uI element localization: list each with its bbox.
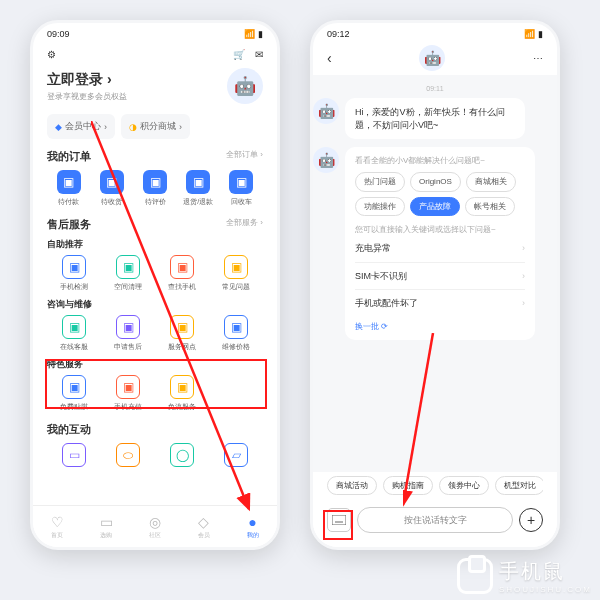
topic-OriginOS[interactable]: OriginOS bbox=[410, 172, 461, 191]
message-icon[interactable]: ✉ bbox=[255, 49, 263, 60]
tile-免费贴膜[interactable]: ▣免费贴膜 bbox=[47, 375, 101, 412]
tile-查找手机[interactable]: ▣查找手机 bbox=[155, 255, 209, 292]
after-more[interactable]: 全部服务 › bbox=[226, 217, 263, 232]
tile-空间清理[interactable]: ▣空间清理 bbox=[101, 255, 155, 292]
avatar[interactable]: 🤖 bbox=[227, 68, 263, 104]
chip-member[interactable]: ◆会员中心 › bbox=[47, 114, 115, 139]
suggest-机型对比[interactable]: 机型对比 bbox=[495, 476, 543, 495]
phone-right: 09:12 📶 ▮ ‹ 🤖 ⋯ 09:11 🤖 Hi，亲爱的V粉，新年快乐！有什… bbox=[310, 20, 560, 550]
tile-待付款[interactable]: ▣待付款 bbox=[47, 170, 90, 207]
phone-left: 09:09 📶 ▮ ⚙ 🛒 ✉ 立即登录 › 登录享视更多会员权益 🤖 ◆会员中… bbox=[30, 20, 280, 550]
tab-选购[interactable]: ▭选购 bbox=[82, 506, 131, 547]
svg-rect-1 bbox=[332, 515, 346, 525]
keyboard-icon[interactable] bbox=[327, 508, 351, 532]
chat-message: 🤖 Hi，亲爱的V粉，新年快乐！有什么问题，不妨问问小V吧~ bbox=[313, 98, 557, 139]
more-icon[interactable]: ⋯ bbox=[533, 53, 543, 64]
topic-功能操作[interactable]: 功能操作 bbox=[355, 197, 405, 216]
status-time: 09:09 bbox=[47, 29, 70, 39]
settings-icon[interactable]: ⚙ bbox=[47, 49, 56, 60]
topic-热门问题[interactable]: 热门问题 bbox=[355, 172, 405, 191]
tab-社区[interactable]: ◎社区 bbox=[131, 506, 180, 547]
suggest-领券中心[interactable]: 领券中心 bbox=[439, 476, 489, 495]
topic-产品故障[interactable]: 产品故障 bbox=[410, 197, 460, 216]
tab-bar: ♡首页▭选购◎社区◇会员●我的 bbox=[33, 505, 277, 547]
tab-首页[interactable]: ♡首页 bbox=[33, 506, 82, 547]
watermark: 手机鼠 SHOUJISHU.COM bbox=[457, 558, 592, 594]
chat-topic-card: 🤖 看看全能的小V都能解决什么问题吧~ 热门问题OriginOS商城相关功能操作… bbox=[313, 147, 557, 340]
section-interact: 我的互动 ▭ ⬭ ◯ ▱ bbox=[47, 422, 263, 467]
suggest-商城活动[interactable]: 商城活动 bbox=[327, 476, 377, 495]
chat-header: ‹ 🤖 ⋯ bbox=[313, 41, 557, 75]
topic-商城相关[interactable]: 商城相关 bbox=[466, 172, 516, 191]
tab-会员[interactable]: ◇会员 bbox=[179, 506, 228, 547]
tab-我的[interactable]: ●我的 bbox=[228, 506, 277, 547]
tile-退货/退款[interactable]: ▣退货/退款 bbox=[177, 170, 220, 207]
tile-待收货[interactable]: ▣待收货 bbox=[90, 170, 133, 207]
status-time: 09:12 bbox=[327, 29, 350, 39]
question-item[interactable]: 充电异常› bbox=[355, 235, 525, 262]
tile-回收车[interactable]: ▣回收车 bbox=[220, 170, 263, 207]
tile-待评价[interactable]: ▣待评价 bbox=[133, 170, 176, 207]
question-item[interactable]: SIM卡不识别› bbox=[355, 262, 525, 290]
back-icon[interactable]: ‹ bbox=[327, 50, 332, 66]
refresh-topics[interactable]: 换一批 ⟳ bbox=[355, 321, 525, 332]
tile-服务网点[interactable]: ▣服务网点 bbox=[155, 315, 209, 352]
bot-avatar: 🤖 bbox=[419, 45, 445, 71]
tile-免流服务[interactable]: ▣免流服务 bbox=[155, 375, 209, 412]
tile-在线客服[interactable]: ▣在线客服 bbox=[47, 315, 101, 352]
status-icons: 📶 ▮ bbox=[244, 29, 263, 39]
cart-icon[interactable]: 🛒 bbox=[233, 49, 245, 60]
watermark-logo-icon bbox=[457, 558, 493, 594]
voice-input[interactable]: 按住说话转文字 bbox=[357, 507, 513, 533]
tile-手机检测[interactable]: ▣手机检测 bbox=[47, 255, 101, 292]
orders-more[interactable]: 全部订单 › bbox=[226, 149, 263, 164]
section-orders: 我的订单全部订单 › ▣待付款▣待收货▣待评价▣退货/退款▣回收车 bbox=[47, 149, 263, 207]
status-icons: 📶 ▮ bbox=[524, 29, 543, 39]
login-row[interactable]: 立即登录 › 登录享视更多会员权益 🤖 bbox=[47, 68, 263, 104]
plus-icon[interactable]: + bbox=[519, 508, 543, 532]
status-bar: 09:09 📶 ▮ bbox=[33, 23, 277, 41]
tile-维修价格[interactable]: ▣维修价格 bbox=[209, 315, 263, 352]
question-item[interactable]: 手机或配件坏了› bbox=[355, 289, 525, 317]
suggest-购机指南[interactable]: 购机指南 bbox=[383, 476, 433, 495]
input-bar: 按住说话转文字 + bbox=[327, 501, 543, 539]
section-after: 售后服务全部服务 › 自助推荐 ▣手机检测▣空间清理▣查找手机▣常见问题 咨询与… bbox=[47, 217, 263, 412]
top-bar: ⚙ 🛒 ✉ bbox=[47, 41, 263, 68]
chip-points[interactable]: ◑积分商城 › bbox=[121, 114, 190, 139]
tile-常见问题[interactable]: ▣常见问题 bbox=[209, 255, 263, 292]
status-bar: 09:12 📶 ▮ bbox=[313, 23, 557, 41]
tile-申请售后[interactable]: ▣申请售后 bbox=[101, 315, 155, 352]
tile-手机充值[interactable]: ▣手机充值 bbox=[101, 375, 155, 412]
topic-帐号相关[interactable]: 帐号相关 bbox=[465, 197, 515, 216]
